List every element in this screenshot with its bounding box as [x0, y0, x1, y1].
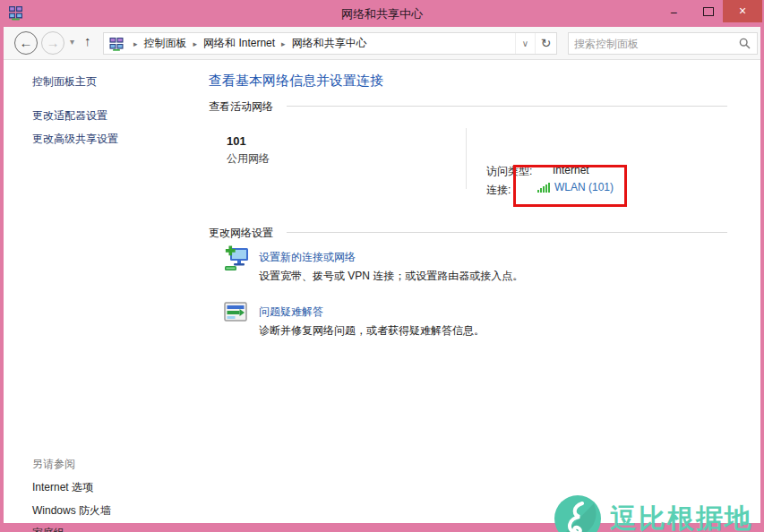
- wifi-signal-icon: [537, 182, 551, 193]
- watermark: 逗比根据地: [554, 495, 753, 532]
- column-divider: [466, 128, 467, 189]
- toolbar: ← → ▾ ↑ ▸ 控制面板 ▸ 网络和 Internet ▸ 网络和共享中心 …: [4, 27, 760, 60]
- network-sharing-center-window: 网络和共享中心 − × ← → ▾ ↑ ▸ 控制面板 ▸ 网络和 Interne…: [0, 0, 764, 532]
- network-name: 101: [227, 134, 246, 148]
- close-button[interactable]: ×: [723, 0, 762, 22]
- access-type-value: Internet: [553, 164, 589, 176]
- change-settings-section-label: 更改网络设置: [209, 226, 273, 241]
- main-content: 控制面板主页 更改适配器设置 更改高级共享设置 查看基本网络信息并设置连接 查看…: [4, 60, 760, 523]
- sidebar-item-change-advanced-sharing[interactable]: 更改高级共享设置: [32, 132, 118, 147]
- watermark-text: 逗比根据地: [610, 501, 753, 532]
- refresh-button[interactable]: ↻: [535, 33, 556, 54]
- search-box[interactable]: [568, 32, 758, 55]
- sidebar-item-control-panel-home[interactable]: 控制面板主页: [32, 74, 97, 90]
- network-location-icon: [109, 37, 124, 51]
- troubleshoot-icon: [223, 300, 248, 325]
- task-troubleshoot-link[interactable]: 问题疑难解答: [259, 305, 323, 320]
- maximize-button[interactable]: [703, 7, 714, 16]
- section-divider: [287, 106, 727, 107]
- breadcrumb-item-control-panel[interactable]: 控制面板: [144, 36, 187, 51]
- up-button[interactable]: ↑: [84, 33, 91, 48]
- new-connection-icon: [223, 245, 252, 273]
- breadcrumb-chevron-icon: ▸: [275, 39, 292, 48]
- search-icon[interactable]: [739, 38, 751, 49]
- search-input[interactable]: [569, 38, 739, 50]
- breadcrumb-chevron-icon: ▸: [187, 39, 204, 48]
- section-divider: [287, 232, 727, 233]
- wlan-link-label: WLAN (101): [554, 181, 614, 193]
- sidebar-item-change-adapter-settings[interactable]: 更改适配器设置: [32, 108, 107, 124]
- minimize-button[interactable]: −: [662, 2, 685, 23]
- breadcrumb-item-network-sharing-center[interactable]: 网络和共享中心: [292, 36, 367, 51]
- breadcrumb[interactable]: ▸ 控制面板 ▸ 网络和 Internet ▸ 网络和共享中心 ∨ ↻: [103, 32, 557, 55]
- watermark-logo-icon: [554, 495, 601, 532]
- window-title: 网络和共享中心: [0, 6, 764, 22]
- task-new-connection-link[interactable]: 设置新的连接或网络: [259, 250, 356, 265]
- footer-link-homegroup[interactable]: 家庭组: [32, 526, 64, 532]
- breadcrumb-item-network-internet[interactable]: 网络和 Internet: [203, 36, 275, 51]
- task-new-connection-desc: 设置宽带、拨号或 VPN 连接；或设置路由器或接入点。: [259, 269, 523, 284]
- network-category: 公用网络: [227, 151, 270, 167]
- address-dropdown-button[interactable]: ∨: [515, 33, 535, 54]
- breadcrumb-chevron-icon: ▸: [127, 39, 144, 48]
- back-button[interactable]: ←: [14, 31, 38, 55]
- active-networks-section-label: 查看活动网络: [209, 99, 273, 115]
- footer-link-internet-options[interactable]: Internet 选项: [32, 480, 93, 495]
- see-also-label: 另请参阅: [32, 457, 75, 472]
- recent-pages-dropdown-icon[interactable]: ▾: [70, 37, 74, 47]
- access-type-label: 访问类型:: [486, 164, 532, 179]
- footer-link-windows-firewall[interactable]: Windows 防火墙: [32, 503, 111, 519]
- forward-button[interactable]: →: [41, 31, 64, 55]
- wlan-connection-link[interactable]: WLAN (101): [537, 181, 614, 193]
- task-troubleshoot-desc: 诊断并修复网络问题，或者获得疑难解答信息。: [259, 323, 485, 339]
- connection-label: 连接:: [486, 183, 511, 198]
- page-title: 查看基本网络信息并设置连接: [209, 73, 383, 90]
- titlebar: 网络和共享中心 − ×: [0, 0, 764, 27]
